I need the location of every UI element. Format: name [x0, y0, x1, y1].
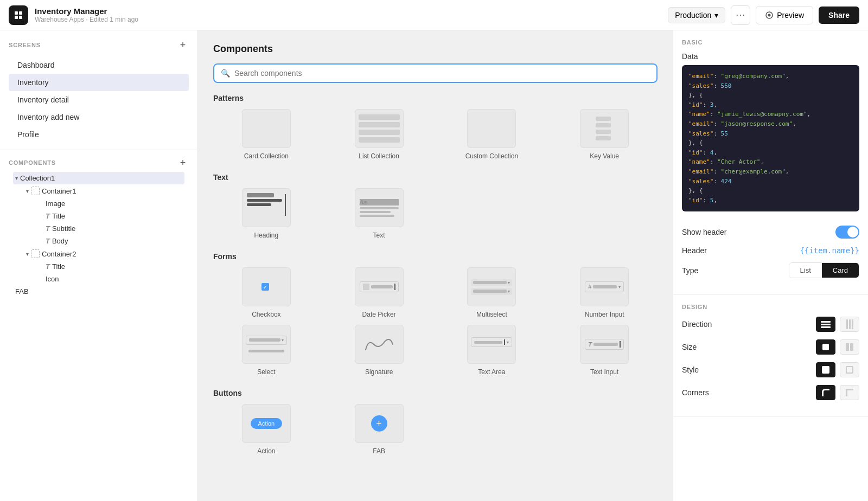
type-list-button[interactable]: List [789, 263, 822, 278]
icon-label: Icon [46, 275, 59, 283]
forms-grid: ✓ Checkbox [213, 267, 658, 376]
corners-sharp-button[interactable] [840, 385, 859, 400]
show-header-toggle[interactable] [835, 226, 859, 239]
direction-row: Direction [682, 317, 859, 332]
basic-label: BASIC [682, 39, 859, 46]
size-large-button[interactable] [840, 339, 859, 355]
components-panel: Components 🔍 Patterns Card Collection [198, 30, 673, 501]
tree-item-title2[interactable]: T Title [43, 260, 184, 273]
env-label: Production [675, 11, 711, 20]
comp-text-area[interactable]: ▾ Text Area [439, 325, 545, 376]
tree-item-collection1[interactable]: ▾ Collection1 [13, 172, 184, 184]
checkbox-label: Checkbox [252, 311, 280, 318]
style-label: Style [682, 365, 699, 374]
env-selector[interactable]: Production ▾ [668, 7, 725, 23]
preview-label: Preview [777, 11, 804, 20]
comp-signature[interactable]: Signature [326, 325, 432, 376]
select-preview: ▾ [242, 325, 291, 364]
chevron-down-icon: ▾ [714, 11, 718, 20]
main-layout: SCREENS + Dashboard Inventory Inventory … [0, 30, 868, 501]
direction-horizontal-button[interactable] [816, 317, 835, 332]
direction-vertical-button[interactable] [840, 317, 859, 332]
tree-child2: Image T Title T Subtitle T Body [24, 197, 184, 247]
preview-button[interactable]: Preview [756, 6, 813, 24]
multiselect-label: Multiselect [476, 311, 507, 318]
tree-item-icon[interactable]: Icon [43, 273, 184, 285]
left-sidebar: SCREENS + Dashboard Inventory Inventory … [0, 30, 198, 501]
tree-item-container1[interactable]: ▾ Container1 [24, 184, 184, 197]
tree-item-body[interactable]: T Body [43, 235, 184, 247]
tree-item-subtitle[interactable]: T Subtitle [43, 222, 184, 235]
comp-list-collection[interactable]: List Collection [326, 109, 432, 160]
text-input-preview: T [580, 325, 629, 364]
text-area-label: Text Area [478, 368, 505, 376]
more-options-button[interactable]: ··· [731, 5, 750, 25]
size-small-button[interactable] [816, 339, 835, 355]
sidebar-item-inventory-add[interactable]: Inventory add new [9, 108, 189, 126]
text-icon: T [46, 237, 50, 245]
comp-heading[interactable]: Heading [213, 188, 320, 239]
buttons-grid: Action Action + FAB [213, 404, 658, 455]
toggle-knob [847, 227, 858, 237]
tree-item-image[interactable]: Image [43, 197, 184, 210]
text-icon: T [46, 212, 50, 220]
comp-number-input[interactable]: # ▾ Number Input [551, 267, 658, 318]
screens-label: SCREENS [9, 42, 41, 48]
comp-select[interactable]: ▾ Select [213, 325, 320, 376]
app-info: Inventory Manager Warehouse Apps · Edite… [35, 7, 661, 23]
size-row: Size [682, 339, 859, 355]
size-selector [816, 339, 859, 355]
search-box: 🔍 [213, 63, 658, 83]
corners-rounded-button[interactable] [816, 385, 835, 400]
tree-item-title1[interactable]: T Title [43, 210, 184, 222]
sidebar-item-dashboard[interactable]: Dashboard [9, 56, 189, 74]
text-icon: T [46, 262, 50, 271]
patterns-label: Patterns [213, 94, 658, 102]
sidebar-item-inventory-detail[interactable]: Inventory detail [9, 91, 189, 108]
comp-checkbox[interactable]: ✓ Checkbox [213, 267, 320, 318]
key-value-label: Key Value [590, 152, 619, 160]
type-card-button[interactable]: Card [822, 263, 859, 278]
container-icon [31, 249, 40, 258]
list-collection-label: List Collection [359, 152, 399, 160]
comp-key-value[interactable]: Key Value [551, 109, 658, 160]
action-preview: Action [242, 404, 291, 443]
comp-date-picker[interactable]: Date Picker [326, 267, 432, 318]
style-filled-button[interactable] [816, 362, 835, 377]
comp-multiselect[interactable]: ▾ ▾ Multiselect [439, 267, 545, 318]
preview-icon [765, 11, 774, 20]
add-component-button[interactable]: + [177, 157, 189, 169]
tree-item-container2[interactable]: ▾ Container2 [24, 247, 184, 260]
design-label: DESIGN [682, 304, 859, 310]
search-input[interactable] [234, 69, 650, 78]
body-label: Body [52, 237, 68, 245]
container-icon [31, 187, 40, 195]
action-btn-preview: Action [251, 418, 283, 429]
comp-card-collection[interactable]: Card Collection [213, 109, 320, 160]
comp-fab[interactable]: + FAB [326, 404, 432, 455]
fab-label-item: FAB [373, 447, 385, 455]
share-button[interactable]: Share [819, 7, 859, 24]
number-input-preview: # ▾ [580, 267, 629, 306]
type-selector: List Card [789, 262, 859, 278]
sidebar-item-inventory[interactable]: Inventory [9, 74, 189, 91]
topbar-right: Production ▾ ··· Preview Share [668, 5, 859, 25]
comp-action[interactable]: Action Action [213, 404, 320, 455]
comp-text-input[interactable]: T Text Input [551, 325, 658, 376]
comp-text[interactable]: Aa Text [326, 188, 432, 239]
sidebar-item-profile[interactable]: Profile [9, 126, 189, 143]
custom-collection-preview [467, 109, 516, 148]
heading-label: Heading [254, 232, 279, 239]
tree-item-fab[interactable]: FAB [13, 285, 184, 298]
add-screen-button[interactable]: + [177, 39, 189, 51]
card-collection-preview [242, 109, 291, 148]
comp-custom-collection[interactable]: Custom Collection [439, 109, 545, 160]
style-outline-button[interactable] [840, 362, 859, 377]
right-panel: BASIC Data "email": "greg@company.com", … [673, 30, 868, 501]
text-icon: T [46, 224, 50, 233]
direction-label: Direction [682, 320, 712, 329]
screens-header: SCREENS + [9, 39, 189, 51]
style-selector [816, 362, 859, 377]
style-row: Style [682, 362, 859, 377]
svg-point-5 [768, 14, 771, 16]
